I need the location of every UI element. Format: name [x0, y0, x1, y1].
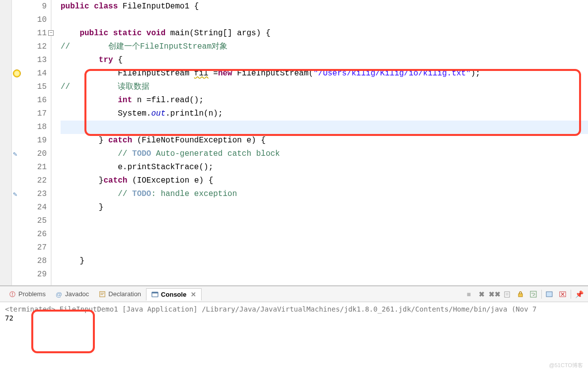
view-tabbar: Problems @ Javadoc Declaration Console ✕… — [0, 286, 588, 302]
bottom-panel: Problems @ Javadoc Declaration Console ✕… — [0, 286, 588, 325]
javadoc-icon: @ — [56, 291, 63, 298]
clear-console-button[interactable] — [503, 289, 513, 299]
svg-rect-10 — [530, 291, 536, 297]
code-line[interactable] — [61, 268, 588, 281]
code-line[interactable] — [61, 121, 588, 134]
line-number: 27 — [23, 241, 47, 255]
console-status-line: <terminated> FileInputDemo1 [Java Applic… — [5, 305, 583, 313]
code-line[interactable]: try { — [61, 54, 588, 67]
scroll-lock-button[interactable] — [515, 289, 525, 299]
svg-rect-7 — [152, 292, 158, 293]
code-line[interactable]: public class FileInputDemo1 { — [61, 0, 588, 13]
line-number: 20 — [23, 147, 47, 161]
open-console-button[interactable] — [558, 289, 568, 299]
svg-rect-9 — [518, 294, 522, 297]
line-number: 25 — [23, 214, 47, 228]
task-icon[interactable] — [13, 190, 21, 198]
line-number: 14 — [23, 67, 47, 80]
code-editor[interactable]: 9 10 11− 12 13 14 15 16 17 18 19 20 21 2… — [0, 0, 588, 286]
svg-rect-2 — [12, 295, 13, 296]
code-line[interactable]: // TODO Auto-generated catch block — [61, 147, 588, 161]
line-number: 16 — [23, 94, 47, 107]
code-line[interactable]: System.out.println(n); — [61, 107, 588, 121]
console-output[interactable]: <terminated> FileInputDemo1 [Java Applic… — [0, 302, 588, 325]
line-number: 23 — [23, 188, 47, 201]
line-number: 11− — [23, 27, 47, 40]
code-line[interactable] — [61, 228, 588, 241]
line-number: 26 — [23, 228, 47, 241]
tab-declaration[interactable]: Declaration — [94, 288, 146, 300]
line-number: 21 — [23, 161, 47, 174]
folding-ruler — [0, 0, 12, 285]
console-icon — [151, 291, 158, 298]
svg-rect-11 — [546, 292, 552, 297]
svg-rect-4 — [101, 293, 104, 293]
code-line[interactable]: e.printStackTrace(); — [61, 161, 588, 174]
code-line[interactable]: int n =fil.read(); — [61, 94, 588, 107]
problems-icon — [9, 291, 16, 298]
code-line[interactable]: }catch (IOException e) { — [61, 174, 588, 188]
line-number: 10 — [23, 13, 47, 27]
tab-label: Problems — [18, 290, 46, 298]
tab-label: Console — [161, 291, 186, 298]
line-number: 28 — [23, 255, 47, 268]
marker-column — [12, 0, 23, 285]
tab-javadoc[interactable]: @ Javadoc — [51, 288, 94, 300]
pin-console-button[interactable]: 📌 — [574, 289, 584, 299]
code-area[interactable]: public class FileInputDemo1 { public sta… — [52, 0, 588, 285]
line-number: 24 — [23, 201, 47, 214]
line-number: 22 — [23, 174, 47, 188]
tab-label: Javadoc — [65, 290, 89, 298]
code-line[interactable]: } — [61, 255, 588, 268]
line-number: 13 — [23, 54, 47, 67]
separator — [571, 290, 571, 299]
remove-launch-button[interactable]: ✖ — [477, 289, 487, 299]
line-number: 15 — [23, 80, 47, 94]
line-number-gutter: 9 10 11− 12 13 14 15 16 17 18 19 20 21 2… — [23, 0, 52, 285]
remove-all-button[interactable]: ✖✖ — [490, 289, 500, 299]
tab-console[interactable]: Console ✕ — [146, 288, 202, 301]
code-line[interactable]: } catch (FileNotFoundException e) { — [61, 134, 588, 147]
tab-label: Declaration — [108, 290, 141, 298]
close-tab-icon[interactable]: ✕ — [191, 291, 196, 298]
code-line[interactable]: // 读取数据 — [61, 80, 588, 94]
code-line[interactable] — [61, 214, 588, 228]
code-line[interactable]: public static void main(String[] args) { — [61, 27, 588, 40]
svg-rect-1 — [12, 292, 13, 294]
code-line[interactable] — [61, 13, 588, 27]
console-output-line: 72 — [5, 314, 583, 322]
tab-problems[interactable]: Problems — [4, 288, 51, 300]
line-number: 17 — [23, 107, 47, 121]
line-number: 12 — [23, 40, 47, 54]
code-line[interactable]: } — [61, 201, 588, 214]
code-line[interactable] — [61, 241, 588, 255]
svg-rect-5 — [101, 294, 103, 295]
line-number: 9 — [23, 0, 47, 13]
line-number: 18 — [23, 121, 47, 134]
separator — [541, 290, 542, 299]
console-toolbar: ■ ✖ ✖✖ 📌 — [464, 289, 584, 299]
declaration-icon — [99, 291, 106, 298]
terminate-button[interactable]: ■ — [464, 289, 474, 299]
line-number: 29 — [23, 268, 47, 281]
line-number: 19 — [23, 134, 47, 147]
word-wrap-button[interactable] — [528, 289, 538, 299]
warning-icon[interactable] — [13, 69, 21, 77]
code-line[interactable]: // 创建一个FileInputStream对象 — [61, 40, 588, 54]
display-selected-console-button[interactable] — [545, 289, 555, 299]
task-icon[interactable] — [13, 150, 21, 158]
code-line[interactable]: FileInputStream fil =new FileInputStream… — [61, 67, 588, 80]
code-line[interactable]: // TODO: handle exception — [61, 188, 588, 201]
watermark: @51CTO博客 — [549, 362, 583, 369]
